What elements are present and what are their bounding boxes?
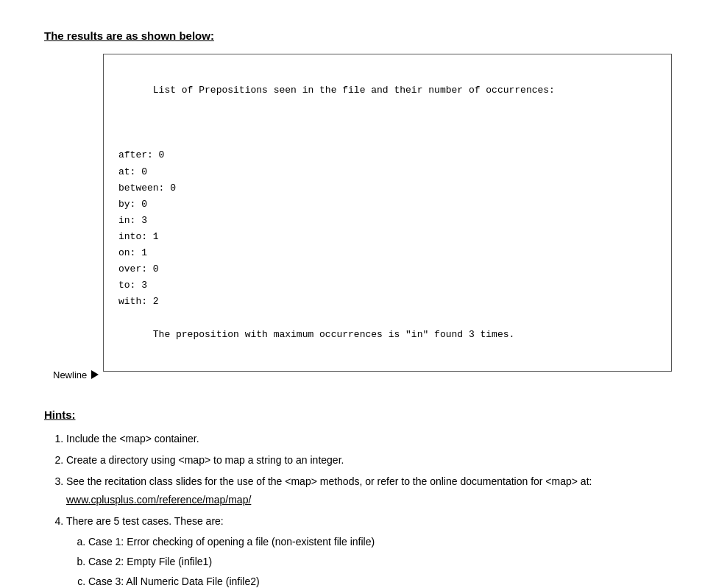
- hints-section: Hints: Include the <map> container.Creat…: [44, 408, 672, 588]
- sub-item-4-1: Case 1: Error checking of opening a file…: [88, 533, 672, 551]
- hints-list: Include the <map> container.Create a dir…: [66, 430, 672, 588]
- hint-item-2: Create a directory using <map> to map a …: [66, 451, 672, 470]
- results-title: The results are as shown below:: [44, 29, 672, 42]
- cplusplus-link[interactable]: www.cplusplus.com/reference/map/map/: [66, 494, 251, 506]
- output-header: List of Prepositions seen in the file an…: [153, 85, 555, 96]
- hint-item-3: See the recitation class slides for the …: [66, 472, 672, 509]
- sub-item-4-2: Case 2: Empty File (infile1): [88, 553, 672, 571]
- hint-item-4: There are 5 test cases. These are:Case 1…: [66, 512, 672, 588]
- output-summary: The preposition with maximum occurrences…: [153, 329, 514, 340]
- output-box-wrapper: List of Prepositions seen in the file an…: [103, 54, 672, 372]
- hint-item-1: Include the <map> container.: [66, 430, 672, 448]
- sub-item-4-3: Case 3: All Numeric Data File (infile2): [88, 573, 672, 588]
- output-box: List of Prepositions seen in the file an…: [103, 54, 672, 372]
- hints-title: Hints:: [44, 408, 672, 421]
- results-section: The results are as shown below: List of …: [44, 29, 672, 372]
- newline-label: Newline: [53, 369, 87, 380]
- sub-list-4: Case 1: Error checking of opening a file…: [88, 533, 672, 588]
- output-entries: after: 0 at: 0 between: 0 by: 0 in: 3 in…: [118, 149, 176, 307]
- arrow-right-icon: [91, 370, 99, 379]
- newline-indicator: Newline: [53, 369, 99, 380]
